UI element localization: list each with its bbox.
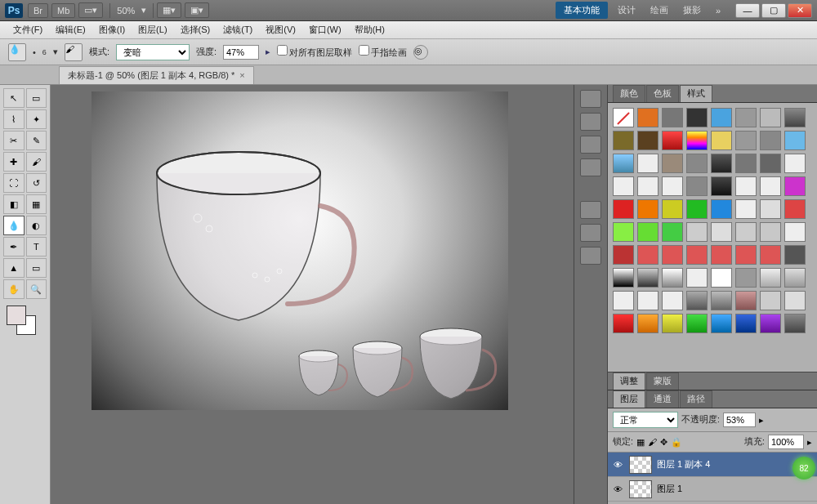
style-swatch[interactable] xyxy=(662,245,683,265)
style-swatch[interactable] xyxy=(613,154,634,173)
style-swatch[interactable] xyxy=(637,131,659,150)
style-swatch[interactable] xyxy=(760,268,781,288)
style-swatch[interactable] xyxy=(637,176,659,196)
tab-adjustments[interactable]: 调整 xyxy=(613,372,645,390)
style-swatch[interactable] xyxy=(760,108,781,127)
workspace-more-icon[interactable]: » xyxy=(711,3,725,18)
maximize-button[interactable]: ▢ xyxy=(761,3,786,18)
style-swatch[interactable] xyxy=(613,176,634,196)
minimize-button[interactable]: — xyxy=(735,3,760,18)
style-swatch[interactable] xyxy=(760,131,781,150)
crop-tool[interactable]: ✂ xyxy=(3,131,25,150)
style-swatch[interactable] xyxy=(613,245,634,265)
tab-masks[interactable]: 蒙版 xyxy=(646,372,679,390)
layer-row[interactable]: 👁图层 1 副本 4 xyxy=(608,453,817,477)
style-swatch[interactable] xyxy=(784,199,806,219)
style-swatch[interactable] xyxy=(613,291,634,310)
minibridge-button[interactable]: Mb xyxy=(51,3,75,18)
style-swatch[interactable] xyxy=(662,131,683,150)
style-swatch[interactable] xyxy=(760,199,781,219)
style-swatch[interactable] xyxy=(637,245,659,265)
eyedropper-tool[interactable]: ✎ xyxy=(26,131,47,150)
workspace-tab-design[interactable]: 设计 xyxy=(613,2,641,19)
fill-input[interactable] xyxy=(768,435,804,449)
brush-dropdown-icon[interactable]: ▾ xyxy=(53,47,58,57)
history-brush-tool[interactable]: ↺ xyxy=(26,173,47,193)
canvas-area[interactable] xyxy=(51,85,574,504)
style-swatch[interactable] xyxy=(784,314,806,333)
brush-size-value[interactable]: 6 xyxy=(42,48,47,56)
style-swatch[interactable] xyxy=(735,268,757,288)
tab-paths[interactable]: 路径 xyxy=(680,390,712,408)
marquee-tool[interactable]: ▭ xyxy=(26,88,47,108)
style-swatch[interactable] xyxy=(686,291,708,310)
style-swatch[interactable] xyxy=(613,268,634,288)
document-tab-close-icon[interactable]: × xyxy=(239,70,244,80)
layer-row[interactable]: 👁图层 1 xyxy=(608,477,817,502)
menu-help[interactable]: 帮助(H) xyxy=(348,22,391,38)
style-swatch[interactable] xyxy=(686,314,708,333)
strength-dropdown-icon[interactable]: ▸ xyxy=(266,47,270,57)
layer-visibility-icon[interactable]: 👁 xyxy=(611,458,624,471)
workspace-tab-paint[interactable]: 绘画 xyxy=(645,2,673,19)
zoom-tool[interactable]: 🔍 xyxy=(26,279,47,299)
collapsed-panel-icon[interactable] xyxy=(580,90,601,108)
style-swatch[interactable] xyxy=(711,154,732,173)
style-swatch[interactable] xyxy=(686,108,708,127)
style-swatch[interactable] xyxy=(662,108,683,127)
layer-visibility-icon[interactable]: 👁 xyxy=(611,483,624,496)
lock-position-icon[interactable]: ✥ xyxy=(660,437,667,448)
hand-tool[interactable]: ✋ xyxy=(3,279,25,299)
menu-filter[interactable]: 滤镜(T) xyxy=(217,22,259,38)
style-swatch[interactable] xyxy=(686,154,708,173)
style-swatch[interactable] xyxy=(760,314,781,333)
style-swatch[interactable] xyxy=(637,108,659,127)
style-swatch[interactable] xyxy=(735,154,757,173)
style-swatch[interactable] xyxy=(735,131,757,150)
menu-edit[interactable]: 编辑(E) xyxy=(49,22,92,38)
style-swatch[interactable] xyxy=(784,108,806,127)
style-swatch[interactable] xyxy=(662,291,683,310)
style-swatch[interactable] xyxy=(711,108,732,127)
layer-thumbnail[interactable] xyxy=(629,480,652,498)
style-swatch[interactable] xyxy=(686,176,708,196)
tab-layers[interactable]: 图层 xyxy=(613,390,645,408)
lock-pixels-icon[interactable]: 🖌 xyxy=(648,437,657,447)
style-swatch[interactable] xyxy=(735,108,757,127)
style-swatch[interactable] xyxy=(735,245,757,265)
style-swatch[interactable] xyxy=(662,314,683,333)
collapsed-panel-icon[interactable] xyxy=(580,224,601,242)
style-swatch[interactable] xyxy=(735,222,757,242)
style-swatch[interactable] xyxy=(662,176,683,196)
style-swatch[interactable] xyxy=(735,199,757,219)
arrange-docs-button[interactable]: ▦▾ xyxy=(157,2,181,18)
gradient-tool[interactable]: ▦ xyxy=(26,194,47,214)
style-swatch[interactable] xyxy=(613,199,634,219)
style-swatch[interactable] xyxy=(711,131,732,150)
close-button[interactable]: ✕ xyxy=(788,3,812,18)
lasso-tool[interactable]: ⌇ xyxy=(3,109,25,129)
style-swatch[interactable] xyxy=(735,176,757,196)
style-swatch[interactable] xyxy=(662,199,683,219)
collapsed-panel-icon[interactable] xyxy=(580,158,601,176)
style-swatch[interactable] xyxy=(711,222,732,242)
opacity-dropdown-icon[interactable]: ▸ xyxy=(759,415,764,426)
collapsed-panel-icon[interactable] xyxy=(580,136,601,154)
tab-color[interactable]: 颜色 xyxy=(613,85,645,102)
collapsed-panel-icon[interactable] xyxy=(580,113,601,131)
style-swatch[interactable] xyxy=(637,314,659,333)
type-tool[interactable]: T xyxy=(26,237,47,256)
layer-thumbnail[interactable] xyxy=(629,456,652,474)
workspace-tab-photo[interactable]: 摄影 xyxy=(678,2,706,19)
extras-button[interactable]: ▣▾ xyxy=(185,2,209,18)
style-swatch[interactable] xyxy=(613,222,634,242)
style-swatch[interactable] xyxy=(686,131,708,150)
style-swatch[interactable] xyxy=(662,268,683,288)
brush-tool[interactable]: 🖌 xyxy=(26,152,47,172)
style-swatch[interactable] xyxy=(784,222,806,242)
sample-all-checkbox[interactable]: 对所有图层取样 xyxy=(277,45,352,59)
dodge-tool[interactable]: ◐ xyxy=(26,216,47,235)
style-swatch[interactable] xyxy=(784,154,806,173)
shape-tool[interactable]: ▭ xyxy=(26,258,47,278)
bridge-button[interactable]: Br xyxy=(28,3,48,18)
